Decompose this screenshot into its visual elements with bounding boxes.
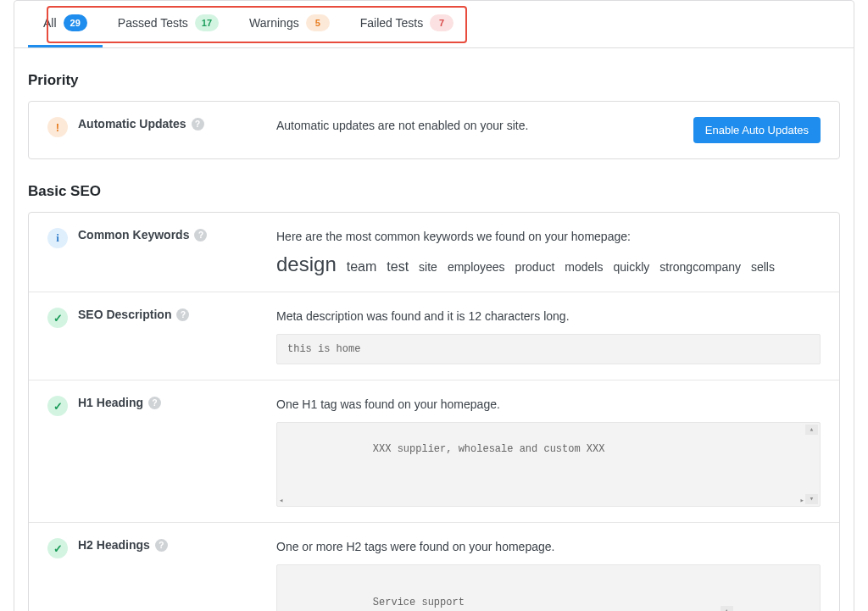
scroll-up-icon[interactable]: ▴ bbox=[721, 606, 733, 611]
keyword: sells bbox=[751, 260, 775, 274]
horizontal-scrollbar[interactable]: ◂ ▸ bbox=[279, 496, 804, 504]
section-basic-seo: Basic SEO i Common Keywords ? Here are t… bbox=[14, 159, 854, 611]
keyword: quickly bbox=[613, 260, 649, 274]
tab-label: Failed Tests bbox=[360, 16, 423, 30]
keyword: models bbox=[565, 260, 603, 274]
keyword: product bbox=[515, 260, 555, 274]
row-title-text: H1 Heading bbox=[78, 396, 143, 409]
tab-warnings[interactable]: Warnings 5 bbox=[234, 1, 345, 47]
scroll-down-icon[interactable]: ▾ bbox=[805, 494, 818, 504]
keyword: employees bbox=[448, 260, 505, 274]
scroll-left-icon[interactable]: ◂ bbox=[279, 496, 283, 504]
keyword: strongcompany bbox=[659, 260, 741, 274]
row-description: Meta description was found and it is 12 … bbox=[276, 308, 821, 325]
enable-auto-updates-button[interactable]: Enable Auto Updates bbox=[693, 117, 821, 143]
tab-badge: 7 bbox=[430, 14, 453, 31]
tab-badge: 5 bbox=[306, 14, 330, 31]
tab-passed[interactable]: Passed Tests 17 bbox=[103, 1, 234, 47]
row-common-keywords: i Common Keywords ? Here are the most co… bbox=[29, 213, 839, 292]
row-h1-heading: ✓ H1 Heading ? One H1 tag was found on y… bbox=[29, 380, 839, 522]
tab-failed[interactable]: Failed Tests 7 bbox=[345, 1, 469, 47]
tab-label: Passed Tests bbox=[118, 16, 188, 30]
code-preview: this is home bbox=[276, 334, 821, 364]
row-h2-headings: ✓ H2 Headings ? One or more H2 tags were… bbox=[29, 522, 839, 611]
row-title-text: Common Keywords bbox=[78, 228, 189, 242]
filter-tabs: All 29 Passed Tests 17 Warnings 5 Failed… bbox=[14, 1, 854, 48]
tab-badge: 29 bbox=[64, 14, 87, 31]
keyword: design bbox=[276, 253, 337, 276]
checkmark-icon: ✓ bbox=[47, 538, 68, 558]
code-text: Service support Design team Design team … bbox=[287, 597, 465, 611]
scroll-up-icon[interactable]: ▴ bbox=[805, 425, 818, 435]
help-icon[interactable]: ? bbox=[155, 539, 168, 552]
info-icon: i bbox=[47, 228, 68, 248]
keyword: team bbox=[347, 259, 377, 275]
tab-all[interactable]: All 29 bbox=[28, 1, 103, 47]
row-description: Here are the most common keywords we fou… bbox=[276, 228, 821, 246]
row-description: One or more H2 tags were found on your h… bbox=[276, 538, 821, 556]
checkmark-icon: ✓ bbox=[47, 308, 68, 328]
row-title-text: SEO Description bbox=[78, 308, 171, 321]
code-preview: XXX supplier, wholesale and custom XXX ▴… bbox=[276, 422, 821, 507]
row-title-text: Automatic Updates bbox=[78, 117, 186, 131]
checkmark-icon: ✓ bbox=[47, 396, 68, 416]
row-seo-description: ✓ SEO Description ? Meta description was… bbox=[29, 292, 839, 380]
vertical-scrollbar[interactable]: ▴ bbox=[721, 567, 818, 611]
row-description: One H1 tag was found on your homepage. bbox=[276, 396, 821, 414]
vertical-scrollbar[interactable]: ▴ ▾ bbox=[805, 425, 818, 504]
code-text: XXX supplier, wholesale and custom XXX bbox=[373, 443, 605, 455]
help-icon[interactable]: ? bbox=[148, 397, 161, 409]
keyword: test bbox=[387, 259, 409, 275]
tab-label: Warnings bbox=[249, 16, 299, 30]
keyword: site bbox=[419, 260, 437, 274]
help-icon[interactable]: ? bbox=[194, 229, 207, 242]
scroll-right-icon[interactable]: ▸ bbox=[800, 496, 804, 504]
row-automatic-updates: ! Automatic Updates ? Automatic updates … bbox=[29, 102, 839, 158]
code-preview: Service support Design team Design team … bbox=[276, 564, 821, 611]
help-icon[interactable]: ? bbox=[192, 118, 204, 131]
tab-badge: 17 bbox=[195, 14, 219, 31]
row-description: Automatic updates are not enabled on you… bbox=[276, 117, 693, 135]
section-title: Priority bbox=[14, 48, 854, 101]
tab-label: All bbox=[43, 16, 57, 30]
warning-icon: ! bbox=[47, 117, 68, 137]
section-title: Basic SEO bbox=[14, 159, 854, 212]
keywords-list: design team test site employees product … bbox=[276, 253, 821, 276]
section-priority: Priority ! Automatic Updates ? Automatic… bbox=[14, 48, 854, 159]
help-icon[interactable]: ? bbox=[176, 308, 189, 321]
row-title-text: H2 Headings bbox=[78, 538, 150, 552]
